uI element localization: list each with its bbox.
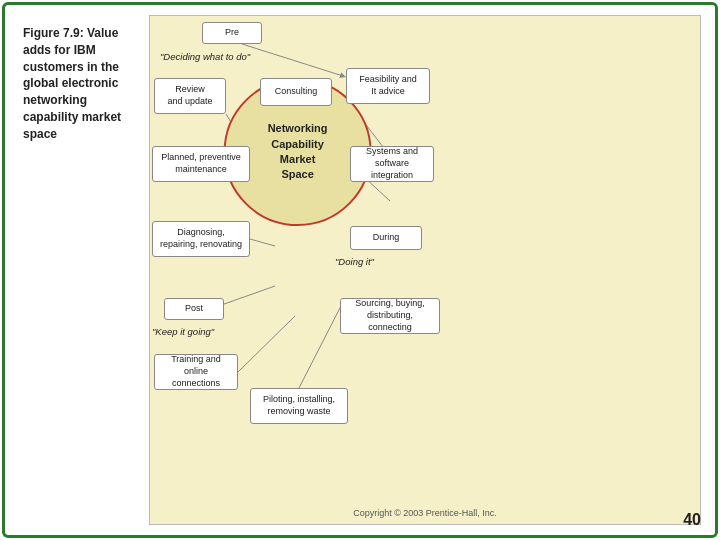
svg-line-8 — [238, 316, 295, 372]
left-panel: Figure 7.9: Value adds for IBM customers… — [15, 15, 145, 525]
center-circle-text: Networking Capability Market Space — [268, 121, 328, 183]
copyright-text: Copyright © 2003 Prentice-Hall, Inc. — [353, 508, 497, 518]
diagram-area: Networking Capability Market Space Pre"D… — [149, 15, 701, 525]
slide-border: Figure 7.9: Value adds for IBM customers… — [2, 2, 718, 538]
diagram-box-diagnosing: Diagnosing, repairing, renovating — [152, 221, 250, 257]
diagram-box-sourcing: Sourcing, buying, distributing, connecti… — [340, 298, 440, 334]
diagram-box-pre: Pre — [202, 22, 262, 44]
page-number: 40 — [683, 511, 701, 529]
diagram-box-during: During — [350, 226, 422, 250]
diagram-label-keepgoing: "Keep it going" — [152, 326, 282, 337]
diagram-box-consulting: Consulting — [260, 78, 332, 106]
diagram-box-planned: Planned, preventive maintenance — [152, 146, 250, 182]
diagram-label-deciding: "Deciding what to do" — [160, 51, 330, 62]
diagram-box-training: Training and online connections — [154, 354, 238, 390]
diagram-box-systems: Systems and software integration — [350, 146, 434, 182]
slide-content: Figure 7.9: Value adds for IBM customers… — [5, 5, 715, 535]
diagram-box-piloting: Piloting, installing, removing waste — [250, 388, 348, 424]
svg-line-10 — [299, 302, 343, 388]
diagram-label-doing: "Doing it" — [335, 256, 435, 267]
diagram-box-review: Review and update — [154, 78, 226, 114]
diagram-box-feasibility: Feasibility and It advice — [346, 68, 430, 104]
diagram-box-post: Post — [164, 298, 224, 320]
slide-title: Figure 7.9: Value adds for IBM customers… — [23, 25, 137, 143]
svg-line-6 — [250, 239, 275, 246]
